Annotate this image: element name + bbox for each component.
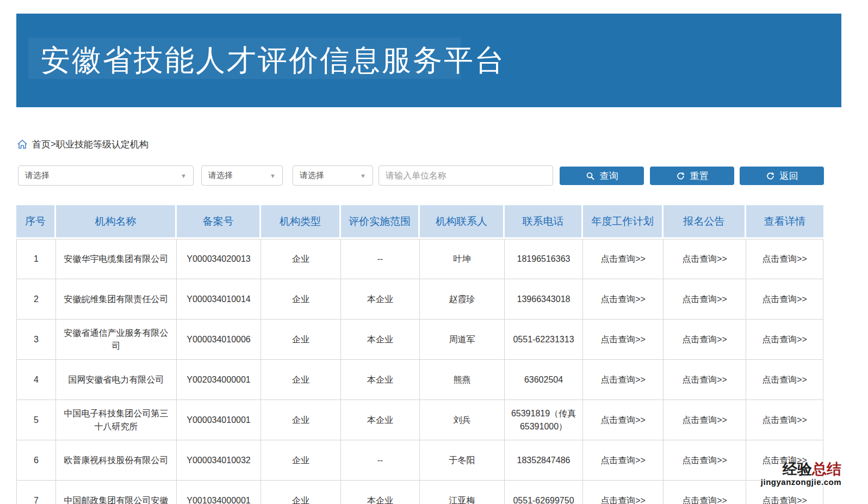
- annual-plan-link-cell: 点击查询>>: [583, 400, 664, 440]
- signup-notice-link[interactable]: 点击查询>>: [682, 375, 727, 384]
- back-button[interactable]: 返回: [740, 167, 824, 185]
- cell-index: 5: [16, 400, 56, 440]
- breadcrumb-home[interactable]: 首页: [32, 138, 51, 151]
- annual-plan-link[interactable]: 点击查询>>: [600, 456, 646, 465]
- view-detail-link[interactable]: 点击查询>>: [762, 415, 807, 425]
- filter-select-2-value: 请选择: [208, 170, 233, 181]
- column-header-9: 查看详情: [746, 205, 823, 239]
- org-table: 序号机构名称备案号机构类型评价实施范围机构联系人联系电话年度工作计划报名公告查看…: [16, 205, 823, 504]
- signup-notice-link[interactable]: 点击查询>>: [682, 294, 727, 304]
- filter-select-1[interactable]: 请选择 ▼: [18, 165, 194, 186]
- cell-phone: 0551-62699750: [505, 481, 583, 504]
- cell-index: 3: [16, 319, 56, 360]
- annual-plan-link-cell: 点击查询>>: [583, 481, 664, 504]
- home-icon[interactable]: [16, 138, 28, 150]
- cell-org-type: 企业: [261, 400, 341, 440]
- view-detail-link[interactable]: 点击查询>>: [762, 254, 807, 263]
- search-icon: [586, 171, 595, 181]
- view-detail-link-cell: 点击查询>>: [746, 279, 823, 319]
- view-detail-link-cell: 点击查询>>: [746, 360, 823, 400]
- cell-index: 4: [16, 360, 56, 400]
- annual-plan-link[interactable]: 点击查询>>: [600, 254, 646, 263]
- watermark: 经验总结 jingyanzongjie.com: [761, 462, 841, 487]
- table-row: 4国网安徽省电力有限公司Y002034000001企业本企业熊燕63602504…: [16, 360, 823, 400]
- annual-plan-link-cell: 点击查询>>: [583, 319, 664, 360]
- column-header-1: 机构名称: [56, 205, 177, 239]
- cell-org-type: 企业: [261, 481, 341, 504]
- cell-record-no: Y000034010014: [177, 279, 261, 319]
- site-title: 安徽省技能人才评价信息服务平台: [41, 41, 506, 81]
- back-button-label: 返回: [780, 170, 798, 182]
- cell-index: 6: [16, 440, 56, 481]
- signup-notice-link-cell: 点击查询>>: [664, 360, 746, 400]
- cell-phone: 63602504: [505, 360, 583, 400]
- column-header-6: 联系电话: [505, 205, 583, 239]
- watermark-brand-black: 经验: [783, 461, 812, 477]
- cell-org-type: 企业: [261, 319, 341, 360]
- signup-notice-link-cell: 点击查询>>: [664, 319, 746, 360]
- cell-contact: 刘兵: [420, 400, 505, 440]
- cell-org-name: 安徽华宇电缆集团有限公司: [56, 239, 177, 279]
- annual-plan-link-cell: 点击查询>>: [583, 239, 664, 279]
- cell-contact: 江亚梅: [420, 481, 505, 504]
- column-header-4: 评价实施范围: [341, 205, 420, 239]
- cell-org-type: 企业: [261, 440, 341, 481]
- table-row: 5中国电子科技集团公司第三十八研究所Y000034010001企业本企业刘兵65…: [16, 400, 823, 440]
- unit-name-input[interactable]: [379, 165, 553, 186]
- chevron-down-icon: ▼: [270, 173, 276, 179]
- table-row: 1安徽华宇电缆集团有限公司Y000034020013企业--叶坤18196516…: [16, 239, 823, 279]
- annual-plan-link[interactable]: 点击查询>>: [600, 335, 646, 344]
- column-header-7: 年度工作计划: [583, 205, 664, 239]
- cell-org-type: 企业: [261, 360, 341, 400]
- signup-notice-link-cell: 点击查询>>: [664, 481, 746, 504]
- signup-notice-link-cell: 点击查询>>: [664, 279, 746, 319]
- reset-button[interactable]: 重置: [650, 167, 734, 185]
- table-row: 6欧普康视科技股份有限公司Y000034010032企业--于冬阳1835284…: [16, 440, 823, 481]
- cell-scope: 本企业: [341, 360, 420, 400]
- query-button[interactable]: 查询: [560, 167, 644, 185]
- cell-index: 7: [16, 481, 56, 504]
- reset-button-label: 重置: [690, 170, 709, 182]
- annual-plan-link[interactable]: 点击查询>>: [600, 415, 646, 425]
- view-detail-link[interactable]: 点击查询>>: [762, 335, 807, 344]
- table-header-row: 序号机构名称备案号机构类型评价实施范围机构联系人联系电话年度工作计划报名公告查看…: [16, 205, 823, 239]
- cell-org-name: 安徽皖维集团有限责任公司: [56, 279, 177, 319]
- view-detail-link[interactable]: 点击查询>>: [762, 375, 807, 384]
- cell-phone: 0551-62231313: [505, 319, 583, 360]
- annual-plan-link[interactable]: 点击查询>>: [600, 294, 646, 304]
- annual-plan-link[interactable]: 点击查询>>: [600, 496, 646, 504]
- signup-notice-link[interactable]: 点击查询>>: [682, 456, 727, 465]
- cell-org-name: 安徽省通信产业服务有限公司: [56, 319, 177, 360]
- breadcrumb: 首页 > 职业技能等级认定机构: [16, 138, 148, 151]
- signup-notice-link[interactable]: 点击查询>>: [682, 415, 727, 425]
- cell-scope: 本企业: [341, 400, 420, 440]
- view-detail-link-cell: 点击查询>>: [746, 400, 823, 440]
- cell-contact: 周道军: [420, 319, 505, 360]
- signup-notice-link[interactable]: 点击查询>>: [682, 496, 727, 504]
- filter-select-2[interactable]: 请选择 ▼: [201, 165, 283, 186]
- cell-record-no: Y000034010006: [177, 319, 261, 360]
- cell-record-no: Y000034010032: [177, 440, 261, 481]
- signup-notice-link[interactable]: 点击查询>>: [682, 254, 727, 263]
- signup-notice-link[interactable]: 点击查询>>: [682, 335, 727, 344]
- filter-bar: 请选择 ▼ 请选择 ▼ 请选择 ▼ 查询 重置 返回: [0, 165, 868, 186]
- annual-plan-link-cell: 点击查询>>: [583, 279, 664, 319]
- cell-contact: 赵霞珍: [420, 279, 505, 319]
- filter-select-3-value: 请选择: [300, 170, 324, 181]
- annual-plan-link[interactable]: 点击查询>>: [600, 375, 646, 384]
- cell-index: 2: [16, 279, 56, 319]
- column-header-8: 报名公告: [664, 205, 746, 239]
- column-header-3: 机构类型: [261, 205, 341, 239]
- cell-phone: 18352847486: [505, 440, 583, 481]
- column-header-0: 序号: [16, 205, 56, 239]
- view-detail-link[interactable]: 点击查询>>: [762, 294, 807, 304]
- cell-org-type: 企业: [261, 279, 341, 319]
- cell-scope: --: [341, 239, 420, 279]
- filter-select-3[interactable]: 请选择 ▼: [293, 165, 373, 186]
- view-detail-link[interactable]: 点击查询>>: [762, 496, 807, 504]
- breadcrumb-current: 职业技能等级认定机构: [56, 138, 148, 151]
- cell-record-no: Y002034000001: [177, 360, 261, 400]
- cell-contact: 于冬阳: [420, 440, 505, 481]
- table-row: 3安徽省通信产业服务有限公司Y000034010006企业本企业周道军0551-…: [16, 319, 823, 360]
- annual-plan-link-cell: 点击查询>>: [583, 360, 664, 400]
